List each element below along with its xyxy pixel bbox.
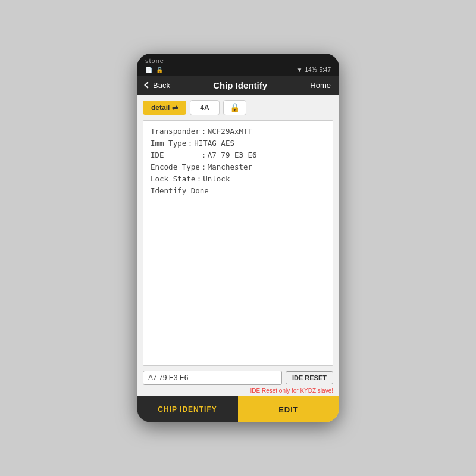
status-bar: 📄 🔒 ▼ 14% 5:47 — [137, 65, 339, 76]
status-right: ▼ 14% 5:47 — [297, 67, 331, 73]
identify-done-line: Identify Done — [151, 186, 325, 195]
ide-input[interactable] — [143, 371, 282, 385]
page-title: Chip Identify — [213, 80, 267, 90]
time-display: 5:47 — [320, 67, 331, 73]
back-button[interactable]: Back — [145, 81, 170, 90]
encode-type-line: Encode Type：Manchester — [151, 162, 325, 173]
tab-detail[interactable]: detail ⇌ — [143, 101, 186, 115]
back-label: Back — [153, 81, 170, 90]
tab-4a[interactable]: 4A — [190, 100, 219, 115]
lock-open-icon: 🔓 — [230, 103, 240, 112]
home-button[interactable]: Home — [310, 81, 331, 90]
tab-lock[interactable]: 🔓 — [223, 100, 246, 115]
battery-indicator: 14% — [305, 67, 317, 73]
wifi-icon: ▼ — [297, 67, 303, 73]
arrows-icon: ⇌ — [172, 104, 178, 112]
info-box: Transponder：NCF29AxMTT Imm Type：HITAG AE… — [143, 120, 333, 366]
imm-type-line: Imm Type：HITAG AES — [151, 139, 325, 149]
file-icon: 📄 — [145, 67, 152, 73]
brand-bar: stone — [137, 54, 339, 65]
tabs-row: detail ⇌ 4A 🔓 — [137, 95, 339, 118]
edit-button[interactable]: EDIT — [238, 396, 339, 422]
navigation-bar: Back Chip Identify Home — [137, 76, 339, 95]
content-area: detail ⇌ 4A 🔓 Transponder：NCF29AxMTT Imm… — [137, 95, 339, 422]
lock-state-line: Lock State：Unlock — [151, 174, 325, 184]
brand-label: stone — [145, 57, 164, 64]
transponder-line: Transponder：NCF29AxMTT — [151, 127, 325, 137]
bottom-input-row: IDE RESET — [137, 368, 339, 387]
action-bar: CHIP IDENTIFY EDIT — [137, 396, 339, 422]
chip-identify-button[interactable]: CHIP IDENTIFY — [137, 396, 238, 422]
ide-line: IDE ：A7 79 E3 E6 — [151, 151, 325, 161]
status-left-icons: 📄 🔒 — [145, 67, 163, 73]
lock-icon: 🔒 — [156, 67, 163, 73]
kydz-note: IDE Reset only for KYDZ slave! — [137, 387, 339, 396]
ide-reset-button[interactable]: IDE RESET — [286, 371, 333, 384]
tab-detail-label: detail — [151, 104, 170, 112]
tab-4a-label: 4A — [200, 104, 209, 112]
chevron-left-icon — [144, 82, 151, 88]
